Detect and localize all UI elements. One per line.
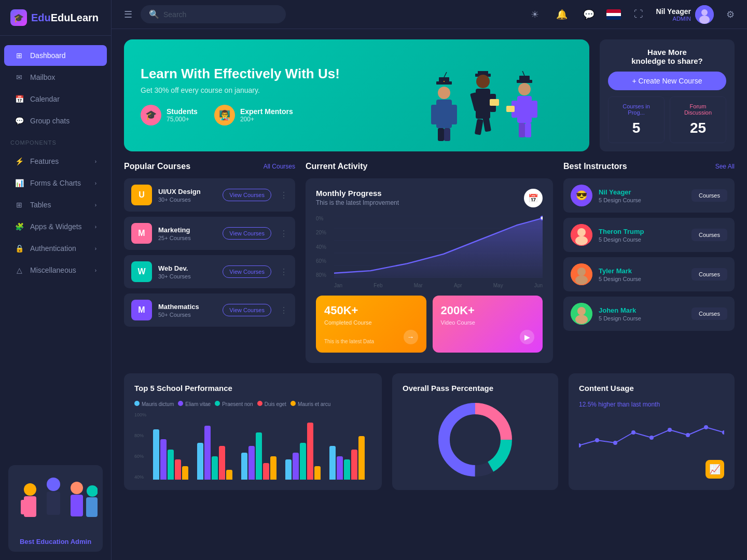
students-icon: 🎓 xyxy=(141,105,161,125)
current-activity-section: Current Activity Monthly Progress This i… xyxy=(306,162,553,363)
hamburger-menu[interactable]: ☰ xyxy=(124,9,132,20)
user-info: Nil Yeager ADMIN xyxy=(656,5,714,24)
view-courses-button-webdev[interactable]: View Courses xyxy=(223,265,271,278)
video-label: Video Course xyxy=(441,319,535,326)
sidebar-item-features[interactable]: ⚡ Features › xyxy=(4,151,107,172)
fullscreen-icon[interactable]: ⛶ xyxy=(629,5,648,24)
instructor-avatar-johen xyxy=(571,303,592,325)
svg-point-66 xyxy=(579,443,581,447)
bar xyxy=(168,450,174,480)
activity-title-group: Monthly Progress This is the latest Impr… xyxy=(316,189,399,206)
x-label: May xyxy=(493,283,503,288)
panel-header: Have More knoledge to share? xyxy=(608,48,726,65)
sidebar-item-mailbox[interactable]: ✉ Mailbox xyxy=(4,67,107,88)
instructor-courses-button-theron[interactable]: Courses xyxy=(691,229,727,241)
course-info-math: Mathematics 50+ Courses xyxy=(158,303,216,318)
sidebar-item-calendar[interactable]: 📅 Calendar xyxy=(4,89,107,109)
svg-point-58 xyxy=(575,275,588,285)
instructors-list: 😎 Nil Yeager 5 Design Course Courses The… xyxy=(563,178,735,331)
svg-point-57 xyxy=(577,268,586,276)
svg-point-61 xyxy=(575,315,588,324)
content-usage-panel: Content Usage 12.5% higher than last mon… xyxy=(569,373,735,490)
sidebar-item-miscellaneous[interactable]: △ Miscellaneous › xyxy=(4,260,107,281)
sidebar-item-apps-widgets[interactable]: 🧩 Apps & Widgets › xyxy=(4,216,107,237)
monthly-progress-subtitle: This is the latest Improvement xyxy=(316,199,399,206)
y-label: 60% xyxy=(134,454,150,459)
create-course-panel: Have More knoledge to share? + Create Ne… xyxy=(600,39,735,151)
students-label: Students xyxy=(167,107,198,116)
sidebar-item-dashboard[interactable]: ⊞ Dashboard xyxy=(4,45,107,66)
notification-icon[interactable]: 🔔 xyxy=(552,5,571,24)
see-all-link[interactable]: See All xyxy=(715,163,735,170)
bar xyxy=(337,456,343,480)
instructor-courses-button-nil[interactable]: Courses xyxy=(691,189,727,202)
course-count-uiux: 30+ Courses xyxy=(158,197,216,203)
bar xyxy=(241,453,247,480)
chevron-right-icon: › xyxy=(95,159,96,164)
video-course-box: 200K+ Video Course ▶ xyxy=(433,296,543,353)
students-stat: 🎓 Students 75,000+ xyxy=(141,105,198,125)
more-options-icon[interactable]: ⋮ xyxy=(280,190,288,200)
bar xyxy=(329,446,336,480)
user-avatar[interactable] xyxy=(695,5,714,24)
sidebar-item-authentication[interactable]: 🔒 Authentication › xyxy=(4,238,107,259)
sidebar-item-label: Authentication xyxy=(30,244,76,253)
more-options-icon[interactable]: ⋮ xyxy=(280,305,288,315)
forum-label: Forum Discussion xyxy=(679,103,717,116)
usage-svg xyxy=(579,414,724,456)
bar-group-4 xyxy=(285,423,327,480)
all-courses-link[interactable]: All Courses xyxy=(264,163,295,170)
instructor-courses-button-tyler[interactable]: Courses xyxy=(691,268,727,281)
svg-point-4 xyxy=(47,478,60,491)
school-performance-panel: Top 5 School Performance Mauris dictum E… xyxy=(124,373,382,490)
svg-rect-23 xyxy=(444,128,450,141)
courses-in-progress-card: Courses in Prog... 5 xyxy=(608,96,665,143)
bar xyxy=(197,443,203,480)
instructor-course-tyler: 5 Design Course xyxy=(599,276,685,282)
search-icon: 🔍 xyxy=(149,9,159,19)
logo[interactable]: 🎓 EduEduLearn xyxy=(0,0,111,36)
more-options-icon[interactable]: ⋮ xyxy=(280,229,288,239)
course-item-marketing: M Marketing 25+ Courses View Courses ⋮ xyxy=(124,217,295,250)
svg-point-52 xyxy=(541,216,543,220)
chevron-right-icon: › xyxy=(95,268,96,273)
message-icon[interactable]: 💬 xyxy=(579,5,598,24)
svg-point-54 xyxy=(577,228,586,236)
chat-icon: 💬 xyxy=(15,117,24,125)
svg-point-8 xyxy=(87,485,98,497)
search-input[interactable] xyxy=(163,10,278,19)
bar xyxy=(212,456,218,480)
create-course-button[interactable]: + Create New Course xyxy=(608,72,726,90)
sun-icon[interactable]: ☀ xyxy=(525,5,544,24)
svg-point-13 xyxy=(699,16,710,24)
svg-point-12 xyxy=(701,9,708,16)
svg-rect-22 xyxy=(438,128,444,141)
logo-icon: 🎓 xyxy=(10,9,27,26)
sidebar-item-tables[interactable]: ⊞ Tables › xyxy=(4,194,107,215)
banner: Learn With Effectively With Us! Get 30% … xyxy=(124,39,589,151)
arrow-right-icon[interactable]: → xyxy=(404,330,418,344)
view-courses-button-marketing[interactable]: View Courses xyxy=(223,227,271,240)
play-icon[interactable]: ▶ xyxy=(520,330,534,344)
forms-icon: 📊 xyxy=(15,179,24,187)
students-text: Students 75,000+ xyxy=(167,107,198,123)
donut-chart xyxy=(403,401,548,479)
flag-icon[interactable] xyxy=(606,9,621,20)
view-courses-button-uiux[interactable]: View Courses xyxy=(223,189,271,201)
sidebar-item-group-chats[interactable]: 💬 Group chats xyxy=(4,110,107,131)
popular-courses-section: Popular Courses All Courses U UI/UX Desi… xyxy=(124,162,295,363)
auth-icon: 🔒 xyxy=(15,244,24,253)
more-options-icon[interactable]: ⋮ xyxy=(280,267,288,277)
bar xyxy=(285,459,292,480)
course-name-math: Mathematics xyxy=(158,303,216,311)
completed-sub: This is the latest Data xyxy=(324,339,374,344)
activity-section-header: Current Activity xyxy=(306,162,553,171)
calendar-button[interactable]: 📅 xyxy=(524,189,543,207)
sliders-icon[interactable]: ⚙ xyxy=(726,9,735,20)
bar xyxy=(153,429,159,480)
y-label: 60% xyxy=(316,258,331,264)
sidebar-item-forms-charts[interactable]: 📊 Forms & Charts › xyxy=(4,173,107,193)
y-label: 20% xyxy=(316,230,331,235)
view-courses-button-math[interactable]: View Courses xyxy=(223,304,271,316)
instructor-courses-button-johen[interactable]: Courses xyxy=(691,307,727,320)
